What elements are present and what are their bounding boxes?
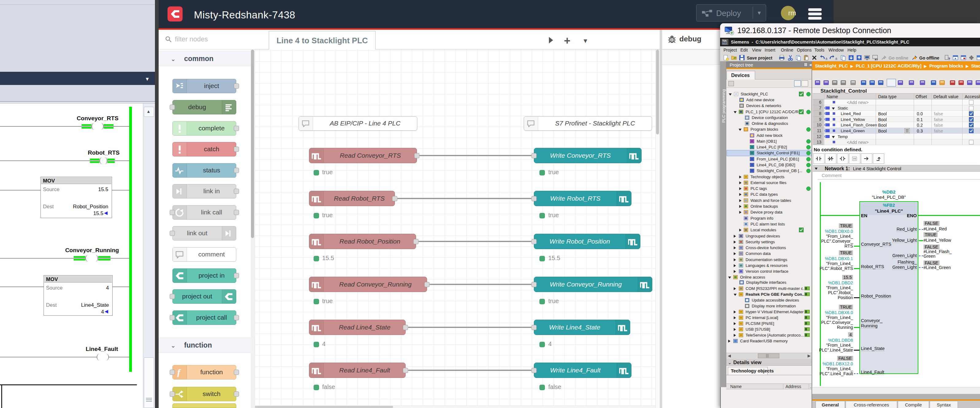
svg-text:??: ?? (853, 157, 856, 160)
svg-text:?: ? (948, 57, 950, 61)
svg-text:f: f (177, 368, 181, 377)
svg-text:RT: RT (875, 58, 878, 61)
